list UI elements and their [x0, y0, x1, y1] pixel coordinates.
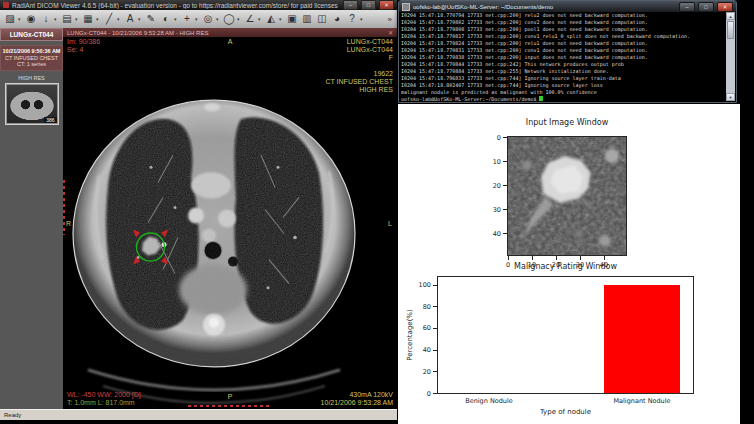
pencil-icon[interactable]: ✎	[144, 12, 158, 26]
overlay-line: LUNGx-CT044	[325, 38, 393, 46]
dropdown-caret-icon[interactable]: ▾	[195, 12, 200, 26]
dropdown-caret-icon[interactable]: ▾	[96, 12, 101, 26]
dropdown-caret-icon[interactable]: ▾	[117, 12, 122, 26]
terminal-close-button[interactable]: ✕	[717, 2, 733, 12]
overlay-top-left: Im: 90/386 Se: 4	[67, 38, 100, 54]
input-image-title: Input Image Window	[526, 118, 608, 127]
y-tick-label: 100	[412, 281, 431, 289]
scout-reference-line	[63, 180, 65, 235]
alert-icon[interactable]: ◭	[264, 12, 278, 26]
export-image-icon[interactable]: ▣	[285, 12, 299, 26]
scroll-down-icon[interactable]: ▼	[726, 93, 735, 101]
y-tick-mark	[433, 393, 437, 394]
overlay-bottom-right: 430mA 120kV 10/21/2006 9:53:28 AM	[321, 391, 393, 407]
window-level-icon[interactable]: ◐	[159, 12, 173, 26]
series-thumbnail[interactable]: 386	[5, 83, 59, 125]
minimize-button[interactable]: –	[343, 0, 358, 10]
dropdown-caret-icon[interactable]: ▾	[237, 12, 242, 26]
terminal-line: I0204 15:47:18.770817 17733 net.cpp:200]…	[401, 33, 725, 40]
y-tick-mark	[503, 161, 507, 162]
help-icon[interactable]: ?	[345, 12, 359, 26]
y-tick-label: 40	[412, 346, 431, 354]
download-icon[interactable]: ↓	[39, 12, 53, 26]
overlay-orientation-top: A	[228, 38, 233, 46]
radiant-app-icon	[3, 2, 9, 8]
terminal-line: I0204 15:47:18.770808 17733 net.cpp:200]…	[401, 26, 725, 33]
pan-icon[interactable]: +	[180, 12, 194, 26]
overlay-window-level: WL: -450 WW: 2000 [D]	[67, 391, 141, 399]
terminal-app-icon	[402, 3, 410, 11]
print-icon[interactable]: ▥	[300, 12, 314, 26]
patient-header[interactable]: LUNGx-CT044	[0, 28, 63, 41]
series-close-icon[interactable]: ✕	[388, 29, 393, 36]
open-cd-icon[interactable]: ◉	[24, 12, 38, 26]
terminal-output: I0204 15:47:18.770794 17733 net.cpp:200]…	[401, 12, 725, 96]
overlay-line: CT INFUSED CHEST	[325, 78, 393, 86]
overlay-orientation-left: R	[66, 220, 71, 228]
magnifier-icon[interactable]: ◎	[201, 12, 215, 26]
dropdown-caret-icon[interactable]: ▾	[258, 12, 263, 26]
terminal-body[interactable]: I0204 15:47:18.770794 17733 net.cpp:200]…	[401, 12, 725, 101]
dropdown-caret-icon[interactable]: ▾	[360, 12, 365, 26]
y-tick-mark	[433, 285, 437, 286]
x-tick-mark	[556, 256, 557, 260]
mpr-3d-icon[interactable]: ◫	[315, 12, 329, 26]
overlay-orientation-right: L	[388, 220, 392, 228]
terminal-prompt: uofsko-lab@UofSKo-ML-Server:~/Documents/…	[401, 96, 539, 101]
terminal-minimize-button[interactable]: –	[679, 2, 695, 12]
terminal-line: malignant nodule is predicted as maligna…	[401, 89, 725, 96]
terminal-prompt-line[interactable]: uofsko-lab@UofSKo-ML-Server:~/Documents/…	[401, 96, 725, 101]
y-tick-mark	[433, 328, 437, 329]
terminal-line: I0204 15:47:18.770884 17733 net.cpp:255]…	[401, 68, 725, 75]
series-tab-bar[interactable]: LUNGx-CT044 - 10/21/2006 9:53:28 AM - HI…	[63, 28, 397, 37]
terminal-cursor	[539, 96, 543, 101]
radiant-titlebar[interactable]: RadiAnt DICOM Viewer 4.6.5 (64-bit) - ev…	[0, 0, 397, 10]
radiant-main: LUNGx-CT044 10/21/2006 9:50:36 AM CT INF…	[0, 28, 397, 410]
roi-ellipse-icon[interactable]: ◯	[222, 12, 236, 26]
radiant-window-title: RadiAnt DICOM Viewer 4.6.5 (64-bit) - ev…	[12, 2, 340, 9]
dropdown-caret-icon[interactable]: ▾	[75, 12, 80, 26]
save-icon[interactable]: ▤	[60, 12, 74, 26]
overlay-line: HIGH RES	[325, 86, 393, 94]
scrollbar-thumb[interactable]	[727, 21, 734, 39]
y-tick-label: 20	[486, 182, 501, 190]
measure-length-icon[interactable]: ╱	[102, 12, 116, 26]
volume-3d-icon[interactable]: ◕	[330, 12, 344, 26]
terminal-maximize-button[interactable]: □	[698, 2, 714, 12]
series-tab-label: LUNGx-CT044 - 10/21/2006 9:53:28 AM - HI…	[67, 30, 208, 36]
terminal-line: I0204 15:47:18.770824 17733 net.cpp:200]…	[401, 40, 725, 47]
scroll-up-icon[interactable]: ▲	[726, 12, 735, 20]
angle-icon[interactable]: ∠	[243, 12, 257, 26]
overlay-series-number: Se: 4	[67, 46, 100, 54]
series-count: CT: 1 series	[2, 61, 61, 68]
terminal-window: uofsko-lab@UofSKo-ML-Server: ~/Documents…	[398, 0, 737, 103]
maximize-button[interactable]: □	[361, 0, 376, 10]
image-count-badge: 386	[44, 117, 56, 123]
dropdown-caret-icon[interactable]: ▾	[18, 12, 23, 26]
overlay-line: F	[325, 54, 393, 62]
dropdown-caret-icon[interactable]: ▾	[138, 12, 143, 26]
dropdown-caret-icon[interactable]: ▾	[54, 12, 59, 26]
y-tick-mark	[433, 306, 437, 307]
layout-icon[interactable]: ▦	[81, 12, 95, 26]
dropdown-caret-icon[interactable]: ▾	[216, 12, 221, 26]
terminal-line: I0204 15:47:18.796833 17733 net.cpp:744]…	[401, 75, 725, 82]
overlay-bottom-left: WL: -450 WW: 2000 [D] T: 1.0mm L: 817.0m…	[67, 391, 141, 407]
ct-image-area[interactable]: Im: 90/386 Se: 4 A R L P LUNGx-CT044LUNG…	[63, 37, 397, 410]
terminal-titlebar[interactable]: uofsko-lab@UofSKo-ML-Server: ~/Documents…	[399, 1, 736, 12]
scale-ruler	[188, 405, 272, 407]
text-annotation-icon[interactable]: A	[123, 12, 137, 26]
terminal-scrollbar[interactable]: ▲ ▼	[726, 12, 735, 101]
open-folder-icon[interactable]: ▨	[3, 12, 17, 26]
close-button[interactable]: ✕	[379, 0, 394, 10]
dropdown-caret-icon[interactable]: ▾	[279, 12, 284, 26]
y-tick-mark	[503, 185, 507, 186]
y-tick-label: 20	[412, 368, 431, 376]
series-thumb-label: HIGH RES	[0, 75, 63, 81]
overlay-datetime: 10/21/2006 9:53:28 AM	[321, 399, 393, 407]
y-tick-label: 0	[486, 134, 501, 142]
bar-chart-title: Malignacy Rating Window	[514, 262, 617, 271]
dropdown-caret-icon[interactable]: ▾	[174, 12, 179, 26]
toolbar-expand-icon[interactable]: »	[388, 15, 394, 24]
study-block[interactable]: 10/21/2006 9:50:36 AM CT INFUSED CHEST C…	[0, 45, 63, 71]
